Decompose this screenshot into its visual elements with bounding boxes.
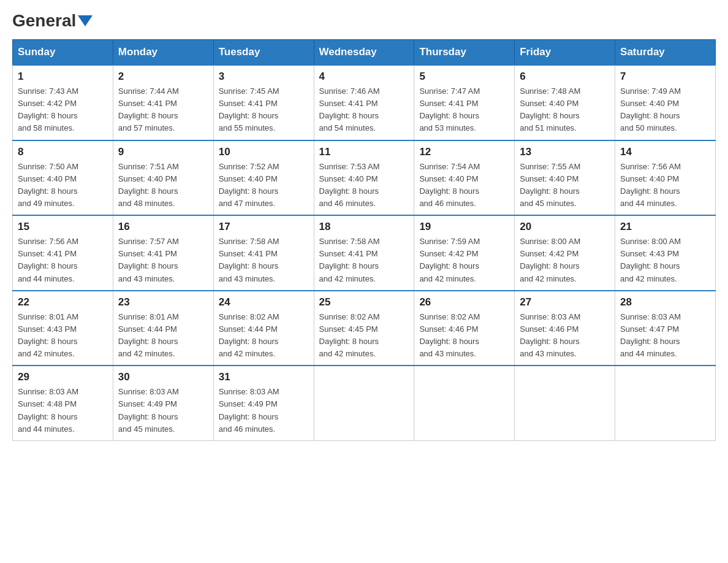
day-info: Sunrise: 7:50 AMSunset: 4:40 PMDaylight:… (18, 161, 108, 210)
calendar-cell: 19Sunrise: 7:59 AMSunset: 4:42 PMDayligh… (414, 215, 515, 291)
day-info: Sunrise: 7:47 AMSunset: 4:41 PMDaylight:… (419, 85, 509, 135)
calendar-cell: 1Sunrise: 7:43 AMSunset: 4:42 PMDaylight… (13, 65, 113, 140)
day-info: Sunrise: 8:03 AMSunset: 4:49 PMDaylight:… (219, 386, 309, 435)
day-number: 31 (219, 371, 309, 383)
day-number: 30 (118, 371, 208, 383)
col-header-wednesday: Wednesday (314, 40, 414, 66)
day-number: 25 (319, 296, 409, 308)
day-number: 18 (319, 221, 409, 233)
day-number: 7 (620, 71, 710, 83)
day-info: Sunrise: 8:02 AMSunset: 4:46 PMDaylight:… (419, 311, 509, 361)
day-info: Sunrise: 7:43 AMSunset: 4:42 PMDaylight:… (18, 85, 108, 135)
logo-triangle-icon (78, 15, 93, 26)
day-info: Sunrise: 8:02 AMSunset: 4:44 PMDaylight:… (219, 311, 309, 361)
calendar-cell: 10Sunrise: 7:52 AMSunset: 4:40 PMDayligh… (213, 140, 314, 216)
day-info: Sunrise: 8:03 AMSunset: 4:49 PMDaylight:… (118, 386, 208, 435)
day-number: 29 (18, 371, 108, 383)
day-info: Sunrise: 7:45 AMSunset: 4:41 PMDaylight:… (219, 85, 309, 135)
day-info: Sunrise: 7:59 AMSunset: 4:42 PMDaylight:… (419, 236, 509, 285)
calendar-cell: 27Sunrise: 8:03 AMSunset: 4:46 PMDayligh… (515, 291, 615, 366)
calendar-cell: 7Sunrise: 7:49 AMSunset: 4:40 PMDaylight… (615, 65, 716, 140)
day-info: Sunrise: 7:48 AMSunset: 4:40 PMDaylight:… (520, 85, 610, 135)
day-info: Sunrise: 7:58 AMSunset: 4:41 PMDaylight:… (219, 236, 309, 285)
day-info: Sunrise: 8:01 AMSunset: 4:44 PMDaylight:… (118, 311, 208, 361)
col-header-friday: Friday (515, 40, 615, 66)
day-info: Sunrise: 7:55 AMSunset: 4:40 PMDaylight:… (520, 161, 610, 210)
day-info: Sunrise: 7:49 AMSunset: 4:40 PMDaylight:… (620, 85, 710, 135)
day-info: Sunrise: 7:57 AMSunset: 4:41 PMDaylight:… (118, 236, 208, 285)
calendar-cell (314, 366, 414, 440)
day-info: Sunrise: 8:00 AMSunset: 4:43 PMDaylight:… (620, 236, 710, 285)
calendar-cell: 4Sunrise: 7:46 AMSunset: 4:41 PMDaylight… (314, 65, 414, 140)
calendar-cell: 6Sunrise: 7:48 AMSunset: 4:40 PMDaylight… (515, 65, 615, 140)
calendar-cell: 20Sunrise: 8:00 AMSunset: 4:42 PMDayligh… (515, 215, 615, 291)
day-number: 23 (118, 296, 208, 308)
day-number: 2 (118, 71, 208, 83)
calendar-cell: 31Sunrise: 8:03 AMSunset: 4:49 PMDayligh… (213, 366, 314, 440)
day-number: 27 (520, 296, 610, 308)
day-info: Sunrise: 8:01 AMSunset: 4:43 PMDaylight:… (18, 311, 108, 361)
calendar-cell: 5Sunrise: 7:47 AMSunset: 4:41 PMDaylight… (414, 65, 515, 140)
day-info: Sunrise: 7:54 AMSunset: 4:40 PMDaylight:… (419, 161, 509, 210)
day-number: 19 (419, 221, 509, 233)
calendar-cell: 14Sunrise: 7:56 AMSunset: 4:40 PMDayligh… (615, 140, 716, 216)
day-info: Sunrise: 8:03 AMSunset: 4:48 PMDaylight:… (18, 386, 108, 435)
logo-general: General (12, 12, 93, 29)
calendar-cell: 30Sunrise: 8:03 AMSunset: 4:49 PMDayligh… (113, 366, 213, 440)
day-number: 11 (319, 146, 409, 158)
day-number: 10 (219, 146, 309, 158)
day-number: 16 (118, 221, 208, 233)
calendar-cell: 9Sunrise: 7:51 AMSunset: 4:40 PMDaylight… (113, 140, 213, 216)
day-info: Sunrise: 7:51 AMSunset: 4:40 PMDaylight:… (118, 161, 208, 210)
day-info: Sunrise: 8:02 AMSunset: 4:45 PMDaylight:… (319, 311, 409, 361)
day-info: Sunrise: 8:00 AMSunset: 4:42 PMDaylight:… (520, 236, 610, 285)
day-info: Sunrise: 7:44 AMSunset: 4:41 PMDaylight:… (118, 85, 208, 135)
col-header-sunday: Sunday (13, 40, 113, 66)
day-number: 15 (18, 221, 108, 233)
day-number: 1 (18, 71, 108, 83)
day-number: 8 (18, 146, 108, 158)
day-info: Sunrise: 8:03 AMSunset: 4:46 PMDaylight:… (520, 311, 610, 361)
day-number: 24 (219, 296, 309, 308)
day-number: 17 (219, 221, 309, 233)
calendar-cell: 26Sunrise: 8:02 AMSunset: 4:46 PMDayligh… (414, 291, 515, 366)
day-number: 28 (620, 296, 710, 308)
calendar-header-row: SundayMondayTuesdayWednesdayThursdayFrid… (13, 40, 716, 66)
logo: General (12, 12, 93, 27)
calendar-cell: 22Sunrise: 8:01 AMSunset: 4:43 PMDayligh… (13, 291, 113, 366)
day-number: 9 (118, 146, 208, 158)
calendar-cell (615, 366, 716, 440)
calendar-cell: 15Sunrise: 7:56 AMSunset: 4:41 PMDayligh… (13, 215, 113, 291)
calendar-cell: 11Sunrise: 7:53 AMSunset: 4:40 PMDayligh… (314, 140, 414, 216)
calendar-week-3: 15Sunrise: 7:56 AMSunset: 4:41 PMDayligh… (13, 215, 716, 291)
calendar-cell: 13Sunrise: 7:55 AMSunset: 4:40 PMDayligh… (515, 140, 615, 216)
col-header-monday: Monday (113, 40, 213, 66)
calendar-cell: 21Sunrise: 8:00 AMSunset: 4:43 PMDayligh… (615, 215, 716, 291)
calendar-cell: 12Sunrise: 7:54 AMSunset: 4:40 PMDayligh… (414, 140, 515, 216)
calendar-cell: 23Sunrise: 8:01 AMSunset: 4:44 PMDayligh… (113, 291, 213, 366)
calendar-cell: 16Sunrise: 7:57 AMSunset: 4:41 PMDayligh… (113, 215, 213, 291)
calendar-week-4: 22Sunrise: 8:01 AMSunset: 4:43 PMDayligh… (13, 291, 716, 366)
calendar-cell (414, 366, 515, 440)
day-info: Sunrise: 7:56 AMSunset: 4:40 PMDaylight:… (620, 161, 710, 210)
day-info: Sunrise: 7:46 AMSunset: 4:41 PMDaylight:… (319, 85, 409, 135)
calendar-week-2: 8Sunrise: 7:50 AMSunset: 4:40 PMDaylight… (13, 140, 716, 216)
day-number: 22 (18, 296, 108, 308)
day-number: 6 (520, 71, 610, 83)
calendar-cell: 17Sunrise: 7:58 AMSunset: 4:41 PMDayligh… (213, 215, 314, 291)
calendar-cell: 3Sunrise: 7:45 AMSunset: 4:41 PMDaylight… (213, 65, 314, 140)
calendar-week-1: 1Sunrise: 7:43 AMSunset: 4:42 PMDaylight… (13, 65, 716, 140)
day-number: 12 (419, 146, 509, 158)
day-info: Sunrise: 7:58 AMSunset: 4:41 PMDaylight:… (319, 236, 409, 285)
calendar-cell: 18Sunrise: 7:58 AMSunset: 4:41 PMDayligh… (314, 215, 414, 291)
calendar-cell: 28Sunrise: 8:03 AMSunset: 4:47 PMDayligh… (615, 291, 716, 366)
day-number: 5 (419, 71, 509, 83)
calendar-cell: 8Sunrise: 7:50 AMSunset: 4:40 PMDaylight… (13, 140, 113, 216)
day-info: Sunrise: 7:56 AMSunset: 4:41 PMDaylight:… (18, 236, 108, 285)
calendar-cell: 24Sunrise: 8:02 AMSunset: 4:44 PMDayligh… (213, 291, 314, 366)
col-header-tuesday: Tuesday (213, 40, 314, 66)
calendar-cell (515, 366, 615, 440)
day-number: 21 (620, 221, 710, 233)
day-number: 26 (419, 296, 509, 308)
day-info: Sunrise: 7:52 AMSunset: 4:40 PMDaylight:… (219, 161, 309, 210)
